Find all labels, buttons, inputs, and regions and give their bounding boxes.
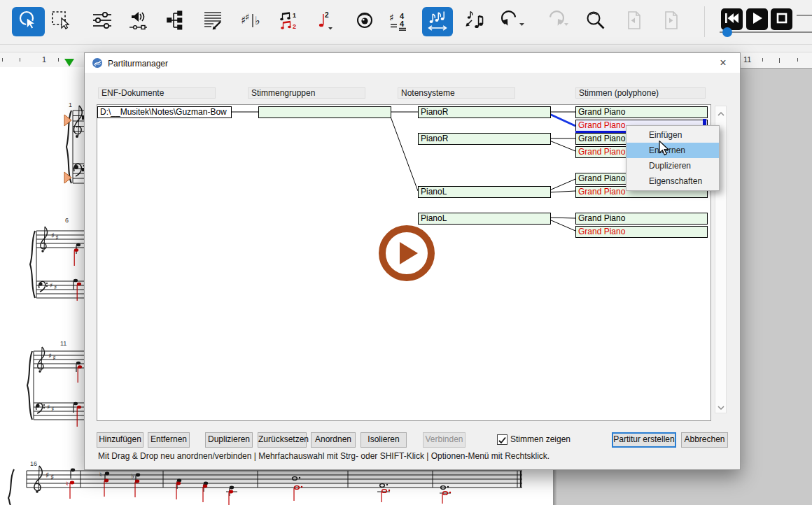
close-icon[interactable]: × — [716, 56, 730, 70]
video-play-overlay-button[interactable] — [379, 225, 435, 281]
music-system-1: 1 — [64, 101, 85, 183]
system-box-pianol-1[interactable]: PianoL — [418, 186, 551, 198]
magnifier-icon — [585, 10, 606, 34]
dialog-hint-text: Mit Drag & Drop neu anordnen/verbinden |… — [98, 451, 550, 461]
voices-1-2-icon: 1 2 — [278, 10, 299, 34]
voice-group-box[interactable] — [258, 106, 391, 118]
svg-text:1: 1 — [293, 12, 296, 19]
system-structure-button[interactable] — [162, 8, 190, 36]
svg-text:♮: ♮ — [99, 471, 102, 478]
play-transport-button[interactable] — [746, 8, 768, 30]
scroll-up-icon[interactable] — [716, 108, 726, 117]
column-header-stimmengruppen: Stimmengruppen — [248, 87, 365, 99]
svg-text:♭: ♭ — [255, 14, 260, 27]
verbinden-button[interactable]: Verbinden — [423, 432, 465, 448]
stop-button[interactable] — [771, 8, 792, 30]
marquee-select-button[interactable] — [47, 8, 75, 36]
page-next-button[interactable] — [657, 8, 685, 36]
ruler-tick — [20, 58, 20, 62]
page-next-icon — [660, 10, 681, 34]
voice-2-button[interactable]: 2 — [311, 8, 339, 36]
dialog-titlebar[interactable]: Partiturmanager × — [85, 53, 740, 73]
svg-text:2: 2 — [325, 11, 329, 19]
context-menu: Einfügen Entfernen Duplizieren Eigenscha… — [626, 125, 720, 191]
svg-text:♯: ♯ — [46, 471, 49, 480]
undo-arrow-icon — [500, 10, 526, 34]
zuruecksetzen-button[interactable]: Zurücksetzen — [258, 432, 307, 448]
svg-text:♯: ♯ — [50, 282, 52, 289]
playback-slider-track[interactable] — [720, 31, 812, 33]
edit-lines-button[interactable] — [199, 8, 227, 36]
voice-box-1[interactable]: Grand Piano — [575, 106, 708, 118]
accidentals-button[interactable]: ♯ ♯ ♭ — [237, 8, 265, 36]
voices-1-2-button[interactable]: 1 2 — [274, 8, 302, 36]
voice-box-8[interactable]: Grand Piano — [575, 226, 708, 238]
hinzufuegen-button[interactable]: Hinzufügen — [97, 432, 144, 448]
svg-text:♯: ♯ — [55, 234, 59, 241]
isolieren-button[interactable]: Isolieren — [360, 432, 407, 448]
measure-number-11: 11 — [60, 340, 66, 347]
column-header-notensysteme: Notensysteme — [398, 87, 515, 99]
ruler-number-left: 1 — [42, 55, 46, 64]
scroll-down-icon[interactable] — [716, 402, 726, 411]
svg-text:♮: ♮ — [66, 480, 69, 488]
redo-arrow-icon — [543, 10, 570, 34]
system-box-pianor-1[interactable]: PianoR — [418, 106, 551, 118]
playback-slider-knob[interactable] — [722, 27, 732, 37]
column-header-enf-dokumente: ENF-Dokumente — [98, 87, 216, 99]
duplizieren-button[interactable]: Duplizieren — [205, 432, 253, 448]
entfernen-button[interactable]: Entfernen — [148, 432, 190, 448]
system-box-pianor-2[interactable]: PianoR — [418, 133, 551, 145]
note-spacing-button[interactable] — [422, 7, 453, 36]
anordnen-button[interactable]: Anordnen — [311, 432, 356, 448]
undo-button[interactable] — [498, 8, 528, 36]
ruler-tick — [762, 58, 763, 62]
audio-playback-button[interactable] — [125, 8, 153, 36]
music-system-2: 6 ♯ ♯ ♯ ♯ — [30, 217, 85, 301]
svg-text:♯: ♯ — [50, 473, 54, 482]
svg-text:♯: ♯ — [51, 232, 55, 239]
svg-text:4: 4 — [400, 20, 405, 28]
zoom-button[interactable] — [582, 8, 610, 36]
partitur-erstellen-button[interactable]: Partitur erstellen — [612, 432, 676, 448]
view-button[interactable] — [351, 8, 379, 36]
enf-document-box[interactable]: D:\__Musitek\Notes\Guzman-Bow — [97, 106, 232, 118]
key-time-signature-button[interactable]: ♯ 4 4 — [386, 8, 414, 36]
select-tool-button[interactable] — [12, 7, 45, 36]
menu-item-einfuegen[interactable]: Einfügen — [626, 127, 719, 143]
rewind-icon — [724, 11, 739, 28]
voice-2-note-icon: 2 — [314, 10, 335, 34]
ruler-number-right: 11 — [743, 55, 751, 64]
measure-number-16: 16 — [30, 460, 37, 467]
tree-structure-icon — [166, 10, 187, 34]
voice-box-7[interactable]: Grand Piano — [575, 213, 708, 225]
ruler-position-marker[interactable] — [64, 59, 74, 66]
shift-notes-button[interactable] — [460, 8, 488, 36]
menu-item-entfernen[interactable]: Entfernen — [626, 143, 719, 158]
system-box-pianol-2[interactable]: PianoL — [418, 213, 551, 225]
measure-number-1: 1 — [69, 101, 72, 108]
ruler-tick — [797, 58, 798, 62]
menu-item-eigenschaften[interactable]: Eigenschaften — [626, 173, 719, 189]
redo-button[interactable] — [541, 8, 572, 36]
menu-item-duplizieren[interactable]: Duplizieren — [626, 158, 719, 173]
stimmen-zeigen-checkbox[interactable] — [497, 434, 507, 445]
column-header-stimmen: Stimmen (polyphone) — [575, 87, 706, 99]
speaker-nodes-icon — [128, 10, 149, 34]
stimmen-zeigen-label: Stimmen zeigen — [510, 434, 570, 444]
svg-text:♯: ♯ — [52, 354, 56, 362]
rewind-button[interactable] — [721, 8, 743, 30]
mixer-button[interactable] — [88, 8, 116, 36]
page-previous-button[interactable] — [620, 8, 648, 36]
application-window: ♯ ♯ ♭ 1 2 2 — [0, 0, 812, 505]
eye-icon — [354, 10, 375, 34]
abbrechen-button[interactable]: Abbrechen — [681, 432, 728, 448]
key-time-signature-icon: ♯ 4 4 — [389, 10, 410, 34]
svg-text:♭: ♭ — [131, 472, 134, 480]
ruler-tick — [58, 58, 59, 62]
svg-text:♯: ♯ — [48, 352, 52, 360]
cursor-click-icon — [18, 9, 40, 34]
note-spacing-icon — [426, 9, 449, 34]
checkmark-icon — [498, 436, 507, 445]
ruler-tick — [2, 58, 3, 62]
